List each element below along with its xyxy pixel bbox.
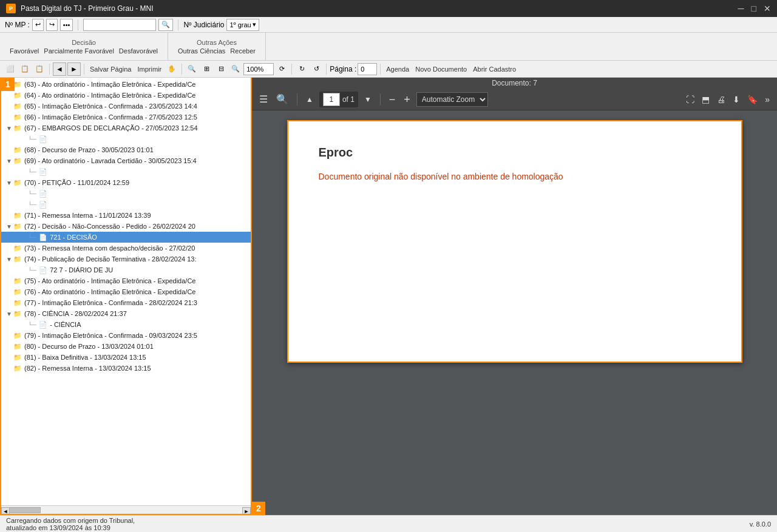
pdf-sidebar-button[interactable]: ☰ bbox=[257, 92, 270, 106]
menu-bar: Nº MP : ↩ ↪ ••• 🔍 Nº Judiciário 1º grau … bbox=[0, 17, 777, 33]
pdf-download-button[interactable]: ⬇ bbox=[730, 93, 742, 106]
rotate-ccw-button[interactable]: ↺ bbox=[310, 62, 323, 76]
tree-item-81[interactable]: 📁(81) - Baixa Definitiva - 13/03/2024 13… bbox=[1, 352, 251, 363]
toolbar-btn-1[interactable]: ⬜ bbox=[4, 62, 17, 76]
toolbar-btn-2[interactable]: 📋 bbox=[18, 62, 32, 76]
toolbar-btn-3[interactable]: 📋 bbox=[33, 62, 46, 76]
pdf-page: Eproc Documento original não disponível … bbox=[287, 120, 742, 363]
horizontal-scrollbar[interactable]: ◄ ► bbox=[1, 505, 251, 514]
favoravel-link[interactable]: Favorável bbox=[10, 47, 39, 55]
pdf-bookmark-button[interactable]: 🔖 bbox=[745, 93, 760, 106]
tree-item-77[interactable]: 📁(77) - Intimação Eletrônica - Confirmad… bbox=[1, 297, 251, 308]
pdf-sep-2 bbox=[380, 93, 381, 106]
outras-ciencias-link[interactable]: Outras Ciências bbox=[178, 47, 225, 55]
page-input[interactable] bbox=[358, 63, 377, 75]
connector-icon: └─ bbox=[28, 322, 36, 328]
tree-item-72-sub[interactable]: └─📄721 - DECISÃO bbox=[1, 232, 251, 243]
abrir-cadastro-button[interactable]: Abrir Cadastro bbox=[470, 66, 518, 73]
more-menu-button[interactable]: ••• bbox=[60, 19, 73, 31]
zoom-width-button[interactable]: ⊟ bbox=[214, 62, 228, 76]
tree-item-67-sub[interactable]: └─📄 bbox=[1, 133, 251, 144]
pdf-fullscreen-button[interactable]: ⛶ bbox=[684, 93, 697, 106]
search-button[interactable]: 🔍 bbox=[158, 19, 173, 31]
tree-item-78-sub[interactable]: └─📄 - CIÊNCIA bbox=[1, 319, 251, 330]
agenda-button[interactable]: Agenda bbox=[384, 66, 412, 73]
action-bar: Decisão Favorável Parcialmente Favorável… bbox=[0, 33, 777, 61]
connector-icon: └─ bbox=[28, 234, 36, 241]
receber-link[interactable]: Receber bbox=[230, 47, 256, 55]
pdf-page-input[interactable] bbox=[323, 93, 340, 106]
close-button[interactable]: ✕ bbox=[764, 4, 771, 13]
decisao-group: Decisão Favorável Parcialmente Favorável… bbox=[0, 33, 168, 60]
tb-sep-5 bbox=[326, 64, 327, 75]
pdf-prev-page-button[interactable]: ▲ bbox=[304, 94, 316, 105]
tree-item-67[interactable]: ▼📁(67) - EMBARGOS DE DECLARAÇÃO - 27/05/… bbox=[1, 123, 251, 133]
parcialmente-favoravel-link[interactable]: Parcialmente Favorável bbox=[44, 47, 114, 55]
zoom-search-button[interactable]: 🔍 bbox=[185, 62, 198, 76]
tree-item-64[interactable]: 📁(64) - Ato ordinatório - Intimação Elet… bbox=[1, 90, 251, 101]
tree-item-70-sub2[interactable]: └─📄 bbox=[1, 199, 251, 210]
doc-icon: 📄 bbox=[39, 201, 47, 209]
pdf-zoom-out-button[interactable]: − bbox=[387, 94, 398, 105]
num-judiciario-input[interactable] bbox=[83, 19, 156, 31]
pdf-zoom-in-button[interactable]: + bbox=[401, 94, 413, 105]
tree-item-69[interactable]: ▼📁(69) - Ato ordinatório - Lavrada Certi… bbox=[1, 155, 251, 166]
tree-item-label: (68) - Decurso de Prazo - 30/05/2023 01:… bbox=[24, 146, 154, 153]
tree-item-label: (79) - Intimação Eletrônica - Confirmada… bbox=[24, 332, 197, 339]
tree-item-70-sub1[interactable]: └─📄 bbox=[1, 188, 251, 199]
tree-item-label: (70) - PETIÇÃO - 11/01/2024 12:59 bbox=[24, 179, 129, 186]
pdf-print-button[interactable]: 🖨 bbox=[714, 93, 728, 106]
folder-icon: 📁 bbox=[13, 310, 22, 318]
pdf-more-button[interactable]: » bbox=[762, 93, 772, 106]
tree-item-73[interactable]: 📁(73) - Remessa Interna com despacho/dec… bbox=[1, 243, 251, 254]
tree-item-68[interactable]: 📁(68) - Decurso de Prazo - 30/05/2023 01… bbox=[1, 144, 251, 155]
scroll-right-btn[interactable]: ► bbox=[242, 507, 251, 516]
maximize-button[interactable]: □ bbox=[752, 4, 756, 13]
zoom-out-button[interactable]: 🔍 bbox=[229, 62, 242, 76]
tree-item-80[interactable]: 📁(80) - Decurso de Prazo - 13/03/2024 01… bbox=[1, 341, 251, 352]
zoom-input[interactable] bbox=[243, 63, 274, 75]
zoom-refresh-button[interactable]: ⟳ bbox=[275, 62, 288, 76]
desfavoravel-link[interactable]: Desfavorável bbox=[119, 47, 158, 55]
tree-item-72[interactable]: ▼📁(72) - Decisão - Não-Concessão - Pedid… bbox=[1, 221, 251, 232]
undo-button[interactable]: ↩ bbox=[32, 19, 44, 31]
connector-icon: └─ bbox=[28, 267, 36, 274]
pdf-next-page-button[interactable]: ▼ bbox=[362, 94, 374, 105]
connector-icon: └─ bbox=[28, 136, 36, 143]
minimize-button[interactable]: ─ bbox=[738, 4, 744, 13]
hand-tool-button[interactable]: ✋ bbox=[165, 62, 178, 76]
tree-item-74[interactable]: ▼📁(74) - Publicação de Decisão Terminati… bbox=[1, 254, 251, 264]
tree-item-63[interactable]: 📁(63) - Ato ordinatório - Intimação Elet… bbox=[1, 79, 251, 90]
rotate-cw-button[interactable]: ↻ bbox=[295, 62, 308, 76]
tree-item-79[interactable]: 📁(79) - Intimação Eletrônica - Confirmad… bbox=[1, 330, 251, 341]
tree-item-70[interactable]: ▼📁(70) - PETIÇÃO - 11/01/2024 12:59 bbox=[1, 177, 251, 188]
tree-item-78[interactable]: ▼📁(78) - CIÊNCIA - 28/02/2024 21:37 bbox=[1, 308, 251, 319]
pdf-save-copy-button[interactable]: ⬒ bbox=[699, 93, 712, 106]
tree-item-65[interactable]: 📁(65) - Intimação Eletrônica - Confirmad… bbox=[1, 101, 251, 112]
redo-button[interactable]: ↪ bbox=[46, 19, 58, 31]
next-button[interactable]: ► bbox=[67, 62, 81, 76]
tree-item-76[interactable]: 📁(76) - Ato ordinatório - Intimação Elet… bbox=[1, 286, 251, 297]
grau-dropdown[interactable]: 1º grau ▾ bbox=[226, 19, 259, 31]
pdf-search-button[interactable]: 🔍 bbox=[274, 92, 291, 106]
tb-sep-1 bbox=[49, 64, 50, 75]
tree-area[interactable]: 📁(63) - Ato ordinatório - Intimação Elet… bbox=[1, 78, 251, 505]
pdf-zoom-select[interactable]: Automatic Zoom bbox=[416, 92, 488, 107]
title-bar: P Pasta Digital do TJ - Primeiro Grau - … bbox=[0, 0, 777, 17]
folder-icon: 📁 bbox=[13, 124, 22, 132]
tree-item-71[interactable]: 📁(71) - Remessa Interna - 11/01/2024 13:… bbox=[1, 210, 251, 221]
prev-button[interactable]: ◄ bbox=[53, 62, 66, 76]
tree-item-74-sub[interactable]: └─📄72 7 - DIÁRIO DE JU bbox=[1, 264, 251, 275]
tree-item-label: (73) - Remessa Interna com despacho/deci… bbox=[24, 244, 195, 252]
tree-item-66[interactable]: 📁(66) - Intimação Eletrônica - Confirmad… bbox=[1, 112, 251, 123]
novo-documento-button[interactable]: Novo Documento bbox=[413, 66, 469, 73]
zoom-fit-button[interactable]: ⊞ bbox=[200, 62, 213, 76]
tree-item-69-sub[interactable]: └─📄 bbox=[1, 166, 251, 177]
tree-item-82[interactable]: 📁(82) - Remessa Interna - 13/03/2024 13:… bbox=[1, 363, 251, 374]
menu-separator-1 bbox=[78, 19, 78, 30]
imprimir-button[interactable]: Imprimir bbox=[135, 66, 165, 73]
connector-icon: └─ bbox=[28, 201, 36, 208]
tree-item-75[interactable]: 📁(75) - Ato ordinatório - Intimação Elet… bbox=[1, 275, 251, 286]
scroll-left-btn[interactable]: ◄ bbox=[1, 507, 10, 516]
salvar-pagina-button[interactable]: Salvar Página bbox=[87, 66, 134, 73]
